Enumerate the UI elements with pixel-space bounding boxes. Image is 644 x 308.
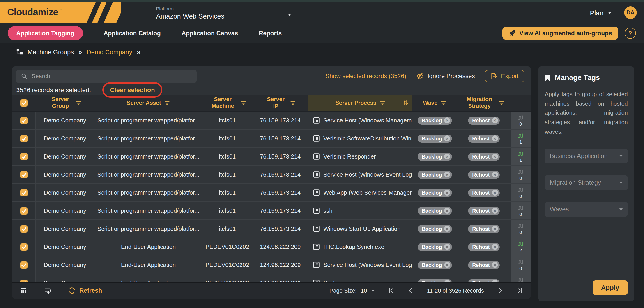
search-input[interactable] xyxy=(32,73,192,79)
row-checkbox[interactable] xyxy=(20,243,27,250)
header-server-group[interactable]: Server Group xyxy=(36,95,94,111)
connections-icon[interactable] xyxy=(518,187,524,193)
chip-remove-icon[interactable]: ✕ xyxy=(492,135,498,141)
business-application-dropdown[interactable]: Business Application xyxy=(545,148,628,163)
previous-page-button[interactable] xyxy=(408,288,414,293)
chip-remove-icon[interactable]: ✕ xyxy=(444,262,450,268)
cell-server-group: Demo Company xyxy=(36,256,94,274)
tab-reports[interactable]: Reports xyxy=(259,30,282,37)
connections-icon[interactable] xyxy=(518,223,524,229)
strategy-chip-label: Rehost xyxy=(472,244,490,249)
export-button[interactable]: Export xyxy=(485,70,524,82)
export-label: Export xyxy=(501,73,519,79)
chip-remove-icon[interactable]: ✕ xyxy=(444,208,450,214)
table-row[interactable]: Demo Company Script or programmer wrappe… xyxy=(12,130,531,148)
apply-button[interactable]: Apply xyxy=(592,280,628,295)
chip-remove-icon[interactable]: ✕ xyxy=(444,190,450,196)
row-checkbox[interactable] xyxy=(20,117,27,124)
row-checkbox[interactable] xyxy=(20,171,27,178)
refresh-button[interactable]: Refresh xyxy=(68,287,102,294)
row-checkbox[interactable] xyxy=(20,207,27,214)
header-migration-strategy[interactable]: Migration Strategy xyxy=(457,95,510,111)
ignore-processes-button[interactable]: Ignore Processes xyxy=(416,73,475,79)
row-checkbox[interactable] xyxy=(20,135,27,142)
chip-remove-icon[interactable]: ✕ xyxy=(492,117,498,123)
chip-remove-icon[interactable]: ✕ xyxy=(444,135,450,141)
clear-selection-button[interactable]: Clear selection xyxy=(110,86,155,93)
connections-count: 0 xyxy=(519,121,522,126)
plan-menu[interactable]: Plan xyxy=(590,9,612,17)
help-icon[interactable]: ? xyxy=(624,28,636,39)
chip-remove-icon[interactable]: ✕ xyxy=(492,190,498,196)
tab-application-catalog[interactable]: Application Catalog xyxy=(104,30,161,37)
tab-application-tagging[interactable]: Application Tagging xyxy=(8,26,83,40)
chip-remove-icon[interactable]: ✕ xyxy=(444,226,450,232)
connections-icon[interactable] xyxy=(518,241,524,247)
row-checkbox[interactable] xyxy=(20,225,27,232)
tab-application-canvas[interactable]: Application Canvas xyxy=(182,30,238,37)
chip-remove-icon[interactable]: ✕ xyxy=(444,153,450,160)
breadcrumb-machine-groups[interactable]: Machine Groups xyxy=(28,48,74,55)
table-row[interactable]: Demo Company Script or programmer wrappe… xyxy=(12,184,531,202)
cell-connections: 0 xyxy=(510,166,531,183)
filter-icon[interactable] xyxy=(240,100,246,105)
connections-icon[interactable] xyxy=(518,150,524,157)
migration-strategy-dropdown[interactable]: Migration Strategy xyxy=(545,175,628,190)
cell-migration-strategy: Rehost✕ xyxy=(457,130,510,147)
chip-remove-icon[interactable]: ✕ xyxy=(492,153,498,160)
page-size-select[interactable]: Page Size: 10 xyxy=(330,287,375,294)
connections-icon[interactable] xyxy=(518,132,524,138)
cloudamize-logo[interactable]: Cloudamize™ xyxy=(0,2,121,24)
row-checkbox[interactable] xyxy=(20,261,27,268)
filter-icon[interactable] xyxy=(380,100,385,105)
connections-icon[interactable] xyxy=(518,259,524,265)
table-row[interactable]: Demo Company Script or programmer wrappe… xyxy=(12,166,531,184)
panel-description: Apply tags to group of selected machines… xyxy=(545,90,628,137)
connections-icon[interactable] xyxy=(518,169,524,175)
header-wave[interactable]: Wave xyxy=(412,95,457,111)
cell-server-group: Demo Company xyxy=(36,220,94,238)
strategy-chip-label: Rehost xyxy=(472,172,490,177)
next-page-button[interactable] xyxy=(498,288,503,293)
last-page-button[interactable] xyxy=(517,288,523,293)
first-page-button[interactable] xyxy=(388,288,394,293)
table-row[interactable]: Demo Company End-User Application PEDEV0… xyxy=(12,238,531,256)
avatar[interactable]: DA xyxy=(624,6,637,19)
chip-remove-icon[interactable]: ✕ xyxy=(492,208,498,214)
table-row[interactable]: Demo Company Script or programmer wrappe… xyxy=(12,220,531,238)
breadcrumb-demo-company[interactable]: Demo Company xyxy=(86,48,132,55)
chip-remove-icon[interactable]: ✕ xyxy=(444,244,450,250)
table-row[interactable]: Demo Company Script or programmer wrappe… xyxy=(12,202,531,220)
cell-server-group: Demo Company xyxy=(36,184,94,201)
header-server-machine[interactable]: Server Machine xyxy=(202,95,252,111)
header-server-process[interactable]: Server Process xyxy=(308,95,412,111)
row-checkbox[interactable] xyxy=(20,189,27,196)
column-settings-icon[interactable] xyxy=(20,287,27,294)
header-server-ip[interactable]: Server IP xyxy=(252,95,308,111)
table-row[interactable]: Demo Company End-User Application PEDEV0… xyxy=(12,256,531,274)
header-server-asset[interactable]: Server Asset xyxy=(94,95,202,111)
waves-dropdown[interactable]: Waves xyxy=(545,202,628,217)
chip-remove-icon[interactable]: ✕ xyxy=(444,117,450,123)
table-row[interactable]: Demo Company Script or programmer wrappe… xyxy=(12,148,531,166)
filter-icon[interactable] xyxy=(164,100,170,105)
chip-remove-icon[interactable]: ✕ xyxy=(492,226,498,232)
table-row[interactable]: Demo Company Script or programmer wrappe… xyxy=(12,111,531,130)
filter-icon[interactable] xyxy=(76,100,82,105)
chip-remove-icon[interactable]: ✕ xyxy=(492,244,498,250)
select-all-checkbox[interactable] xyxy=(20,99,28,107)
sort-icon[interactable] xyxy=(403,100,408,107)
connections-icon[interactable] xyxy=(518,205,524,211)
filter-icon[interactable] xyxy=(499,100,505,105)
filter-icon[interactable] xyxy=(440,100,446,105)
chip-remove-icon[interactable]: ✕ xyxy=(492,172,498,178)
wrap-text-icon[interactable] xyxy=(44,287,52,294)
connections-icon[interactable] xyxy=(518,114,524,120)
chip-remove-icon[interactable]: ✕ xyxy=(444,172,450,178)
platform-select[interactable]: Platform Amazon Web Services xyxy=(156,6,291,20)
show-selected-records-link[interactable]: Show selected records (3526) xyxy=(326,73,406,79)
row-checkbox[interactable] xyxy=(20,153,27,160)
view-ai-auto-groups-button[interactable]: View AI augmented auto-groups xyxy=(502,27,618,40)
chip-remove-icon[interactable]: ✕ xyxy=(492,262,498,268)
filter-icon[interactable] xyxy=(290,100,296,105)
